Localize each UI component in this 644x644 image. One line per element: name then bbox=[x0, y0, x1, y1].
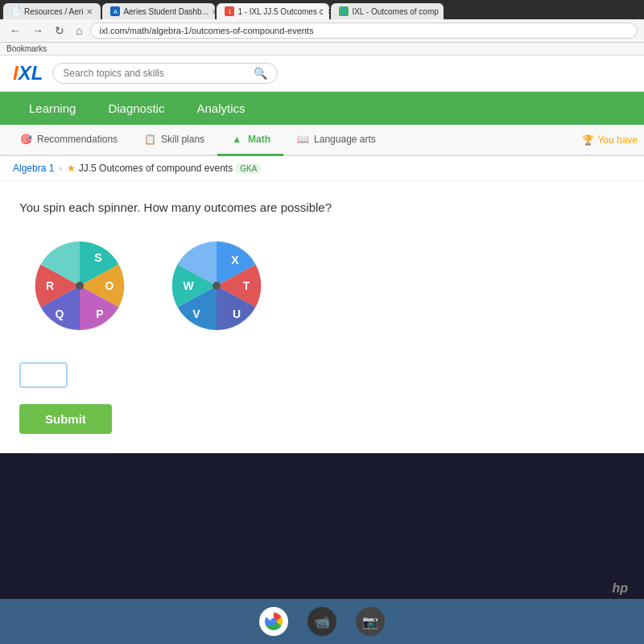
home-button[interactable]: ⌂ bbox=[72, 23, 85, 39]
tab-resources[interactable]: 📄 Resources / Aeri ✕ bbox=[3, 3, 101, 19]
sub-tab-language-arts[interactable]: 📖 Language arts bbox=[283, 125, 389, 156]
spinner2-label-w: W bbox=[183, 279, 194, 292]
search-input[interactable] bbox=[63, 68, 247, 79]
tab-aeries[interactable]: A Aeries Student Dashb... ✕ bbox=[102, 3, 215, 19]
svg-point-0 bbox=[76, 282, 84, 290]
ixl-app: IXL 🔍 Learning Diagnostic Analytics 🎯 Re… bbox=[0, 56, 644, 453]
ixl-logo: IXL bbox=[13, 62, 43, 85]
tab-close-ixl-outcomes[interactable]: ✕ bbox=[327, 7, 330, 16]
address-input[interactable] bbox=[90, 23, 638, 39]
answer-area bbox=[19, 362, 625, 388]
tab-ixl-outcomes[interactable]: 1 1 - IXL JJ.5 Outcomes c ✕ bbox=[217, 3, 329, 19]
ixl-nav: Learning Diagnostic Analytics bbox=[0, 92, 644, 125]
hp-logo: hp bbox=[612, 581, 628, 596]
tab-close-resources[interactable]: ✕ bbox=[86, 7, 93, 16]
bookmarks-bar: Bookmarks bbox=[0, 43, 644, 56]
tab-ixl-comp[interactable]: 🌐 IXL - Outcomes of comp ✕ bbox=[331, 3, 444, 19]
spinner1-label-r: R bbox=[46, 279, 54, 292]
tab-close-ixl-comp[interactable]: ✕ bbox=[442, 7, 444, 16]
sub-tab-math[interactable]: ▲ Math bbox=[217, 125, 283, 156]
chrome-icon[interactable] bbox=[259, 607, 288, 636]
recommendations-icon: 🎯 bbox=[19, 133, 32, 146]
spinners-row: S O P Q R X bbox=[27, 233, 625, 338]
address-bar: ← → ↻ ⌂ bbox=[0, 19, 644, 43]
video-call-icon[interactable]: 📹 bbox=[308, 607, 336, 636]
breadcrumb-parent[interactable]: Algebra 1 bbox=[13, 163, 54, 174]
trophy-area: 🏆 You have bbox=[582, 134, 638, 146]
breadcrumb: Algebra 1 › ★ JJ.5 Outcomes of compound … bbox=[0, 156, 644, 181]
back-button[interactable]: ← bbox=[6, 23, 24, 39]
sub-tab-recommendations[interactable]: 🎯 Recommendations bbox=[6, 125, 130, 156]
search-bar: 🔍 bbox=[52, 63, 278, 84]
math-icon: ▲ bbox=[230, 133, 243, 146]
taskbar: 📹 📷 bbox=[0, 599, 644, 644]
tab-favicon-aeries: A bbox=[110, 6, 120, 16]
spinner2-label-t: T bbox=[243, 279, 250, 292]
svg-point-4 bbox=[271, 619, 277, 625]
search-icon: 🔍 bbox=[254, 67, 267, 80]
refresh-button[interactable]: ↻ bbox=[52, 23, 68, 39]
submit-button[interactable]: Submit bbox=[19, 404, 112, 434]
star-icon: ★ bbox=[67, 163, 76, 174]
spinner2-label-x: X bbox=[231, 254, 239, 266]
trophy-icon: 🏆 bbox=[582, 134, 594, 146]
spinner1-label-o: O bbox=[105, 279, 114, 292]
tab-favicon-resources: 📄 bbox=[11, 6, 21, 16]
breadcrumb-separator: › bbox=[59, 164, 61, 173]
nav-diagnostic[interactable]: Diagnostic bbox=[92, 92, 180, 125]
browser-tab-bar: 📄 Resources / Aeri ✕ A Aeries Student Da… bbox=[0, 0, 644, 19]
spinner2-label-v: V bbox=[192, 308, 200, 320]
content-area: You spin each spinner. How many outcomes… bbox=[0, 181, 644, 453]
spinner1-label-p: P bbox=[96, 308, 103, 320]
spinner-1: S O P Q R bbox=[27, 233, 132, 338]
dark-overlay bbox=[0, 543, 644, 599]
question-text: You spin each spinner. How many outcomes… bbox=[19, 200, 625, 214]
ixl-header: IXL 🔍 bbox=[0, 56, 644, 92]
language-arts-icon: 📖 bbox=[296, 133, 309, 146]
forward-button[interactable]: → bbox=[29, 23, 47, 39]
skill-plans-icon: 📋 bbox=[143, 133, 156, 146]
tab-favicon-ixl-outcomes: 1 bbox=[225, 6, 234, 16]
spinner1-label-s: S bbox=[94, 251, 101, 264]
answer-input[interactable] bbox=[19, 362, 68, 388]
spinner2-label-u: U bbox=[233, 308, 241, 320]
svg-point-1 bbox=[213, 282, 221, 290]
tab-favicon-ixl-comp: 🌐 bbox=[339, 6, 349, 16]
nav-learning[interactable]: Learning bbox=[13, 92, 92, 125]
breadcrumb-skill: ★ JJ.5 Outcomes of compound events GKA bbox=[67, 163, 262, 174]
nav-analytics[interactable]: Analytics bbox=[180, 92, 261, 125]
sub-nav: 🎯 Recommendations 📋 Skill plans ▲ Math 📖… bbox=[0, 125, 644, 156]
tab-close-aeries[interactable]: ✕ bbox=[212, 7, 215, 16]
camera-icon[interactable]: 📷 bbox=[356, 607, 385, 636]
spinner1-label-q: Q bbox=[56, 308, 64, 320]
gka-badge: GKA bbox=[236, 163, 261, 174]
spinner-2: X T U V W bbox=[164, 233, 269, 338]
sub-tab-skill-plans[interactable]: 📋 Skill plans bbox=[130, 125, 217, 156]
